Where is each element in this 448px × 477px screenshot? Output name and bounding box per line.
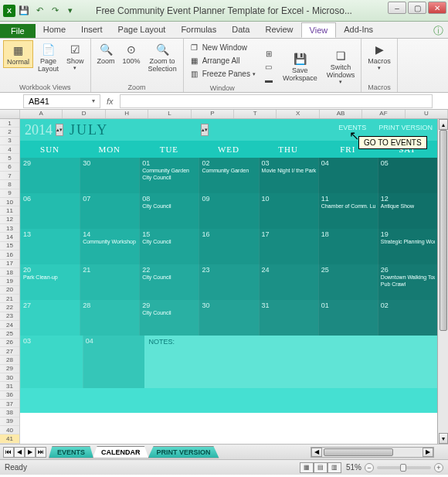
horizontal-scrollbar[interactable]: ◀ ▶ [311, 447, 434, 458]
row-header[interactable]: 22 [0, 303, 19, 312]
column-header[interactable]: U [406, 110, 448, 118]
row-header[interactable]: 4 [0, 145, 19, 154]
calendar-cell[interactable]: 01Community GardenCity Council [139, 158, 199, 193]
calendar-cell[interactable]: 29City Council [139, 300, 199, 336]
formula-input[interactable] [120, 94, 433, 108]
switch-windows-button[interactable]: ❏Switch Windows▾ [324, 46, 358, 87]
zoom-100-button[interactable]: ⊙100% [120, 40, 144, 66]
calendar-cell[interactable]: 18 [318, 229, 378, 264]
new-window-button[interactable]: ❐New Window [187, 42, 258, 54]
tab-home[interactable]: Home [36, 22, 73, 38]
show-button[interactable]: ☑Show▾ [63, 40, 87, 73]
freeze-panes-button[interactable]: ▥Freeze Panes▾ [187, 68, 258, 80]
calendar-cell[interactable]: 30 [199, 300, 258, 336]
calendar-cell[interactable]: 19Strategic Planning Workshop [378, 229, 437, 264]
tab-add-ins[interactable]: Add-Ins [336, 22, 381, 38]
calendar-cell[interactable]: 06 [20, 193, 80, 229]
calendar-cell[interactable]: 20Park Clean-up [20, 264, 80, 300]
calendar-cell[interactable]: 15City Council [139, 229, 199, 264]
row-header[interactable]: 39 [0, 417, 19, 426]
help-button[interactable]: ⓘ [429, 24, 448, 38]
page-layout-button[interactable]: 📄Page Layout [35, 40, 62, 74]
calendar-notes[interactable]: NOTES: [144, 336, 437, 388]
row-header[interactable]: 27 [0, 347, 19, 356]
row-header[interactable]: 16 [0, 250, 19, 259]
scroll-up-button[interactable]: ▴ [439, 119, 448, 130]
row-header[interactable]: 19 [0, 277, 19, 285]
calendar-cell[interactable]: 28 [80, 300, 139, 336]
calendar-cell[interactable]: 04 [318, 158, 378, 193]
tab-insert[interactable]: Insert [73, 22, 110, 38]
sheet-tab-calendar[interactable]: CALENDAR [93, 446, 149, 458]
calendar-cell[interactable]: 27 [20, 300, 80, 336]
row-header[interactable]: 30 [0, 373, 19, 382]
tab-first-button[interactable]: ⏮ [3, 447, 14, 458]
calendar-cell[interactable]: 13 [20, 229, 80, 264]
tab-next-button[interactable]: ▶ [25, 447, 36, 458]
calendar-cell[interactable]: 16 [199, 229, 258, 264]
calendar-cell[interactable]: 10 [259, 193, 318, 229]
sheet-tab-events[interactable]: EVENTS [49, 446, 93, 458]
scroll-down-button[interactable]: ▾ [439, 433, 448, 444]
row-header[interactable]: 23 [0, 312, 19, 321]
undo-icon[interactable]: ↶ [32, 4, 46, 18]
scroll-thumb[interactable] [440, 130, 447, 331]
calendar-cell[interactable]: 17 [259, 229, 318, 264]
zoom-selection-button[interactable]: 🔍Zoom to Selection [145, 40, 180, 74]
calendar-cell[interactable]: 09 [199, 193, 258, 229]
row-header[interactable]: 15 [0, 242, 19, 250]
row-header[interactable]: 9 [0, 189, 19, 198]
row-header[interactable]: 29 [0, 365, 19, 373]
column-header[interactable]: X [277, 110, 319, 118]
row-header[interactable]: 8 [0, 180, 19, 189]
tab-page-layout[interactable]: Page Layout [110, 22, 174, 38]
qat-dropdown-icon[interactable]: ▾ [63, 4, 77, 18]
redo-icon[interactable]: ↷ [48, 4, 62, 18]
row-header[interactable]: 31 [0, 382, 19, 390]
row-header[interactable]: 20 [0, 286, 19, 295]
print-version-link[interactable]: PRINT VERSION [378, 124, 433, 131]
zoom-slider[interactable] [377, 466, 431, 469]
zoom-button[interactable]: 🔍Zoom [94, 40, 118, 66]
save-icon[interactable]: 💾 [17, 4, 31, 18]
normal-view-icon[interactable]: ▦ [300, 462, 314, 473]
hscroll-thumb[interactable] [324, 448, 393, 456]
calendar-cell[interactable]: 07 [80, 193, 139, 229]
calendar-cell[interactable]: 23 [199, 264, 258, 300]
column-header[interactable]: H [106, 110, 148, 118]
maximize-button[interactable]: ▢ [408, 2, 426, 14]
tab-prev-button[interactable]: ◀ [14, 447, 25, 458]
column-header[interactable]: L [148, 110, 191, 118]
tab-last-button[interactable]: ⏭ [36, 447, 46, 458]
column-header[interactable]: AB [320, 110, 362, 118]
sheet-tab-print-version[interactable]: PRINT VERSION [148, 446, 219, 458]
calendar-cell[interactable]: 02Community Garden [199, 158, 258, 193]
tab-formulas[interactable]: Formulas [173, 22, 224, 38]
unhide-button[interactable]: ▬ [261, 74, 277, 87]
zoom-out-button[interactable]: − [365, 463, 374, 472]
row-header[interactable]: 2 [0, 128, 19, 136]
row-header[interactable]: 24 [0, 321, 19, 329]
tab-data[interactable]: Data [224, 22, 257, 38]
row-header[interactable]: 36 [0, 391, 19, 400]
row-header[interactable]: 1 [0, 119, 19, 128]
events-link[interactable]: EVENTS [338, 124, 366, 131]
zoom-thumb[interactable] [400, 464, 406, 472]
row-header[interactable]: 41 [0, 434, 19, 443]
worksheet[interactable]: 2014 ▴▾ JULY ▴▾ EVENTS PRINT VERSION SUN… [20, 119, 448, 444]
calendar-cell[interactable]: 29 [20, 158, 80, 193]
row-header[interactable]: 38 [0, 408, 19, 417]
year-spinner[interactable]: ▴▾ [56, 124, 63, 136]
calendar-cell[interactable]: 11Chamber of Comm. Luncheon [318, 193, 378, 229]
column-header[interactable]: A [20, 110, 63, 118]
page-layout-view-icon[interactable]: ▤ [314, 462, 328, 473]
row-header[interactable]: 11 [0, 206, 19, 215]
close-button[interactable]: ✕ [428, 2, 446, 14]
row-header[interactable]: 12 [0, 216, 19, 224]
arrange-all-button[interactable]: ▦Arrange All [187, 55, 258, 67]
row-header[interactable]: 10 [0, 198, 19, 206]
calendar-cell[interactable]: 03Movie Night I/ the Park [259, 158, 318, 193]
column-header[interactable]: D [63, 110, 105, 118]
calendar-cell[interactable]: 21 [80, 264, 139, 300]
zoom-level[interactable]: 51% [346, 463, 361, 472]
